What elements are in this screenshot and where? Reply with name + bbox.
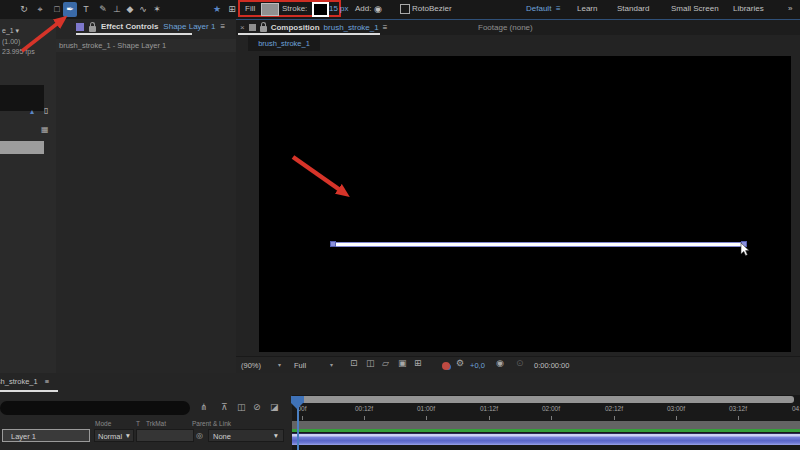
composition-icon[interactable]: ▦ xyxy=(41,125,49,134)
active-tab-underline xyxy=(238,33,380,35)
magnification-select[interactable]: (90%) xyxy=(241,359,261,372)
motion-blur-icon[interactable]: ⊘ xyxy=(253,402,261,412)
workspace-default[interactable]: Default xyxy=(526,0,551,18)
viewer-tab[interactable]: brush_stroke_1 xyxy=(248,36,320,51)
brush-stroke-shape[interactable] xyxy=(333,242,745,247)
exposure-offset[interactable]: +0,0 xyxy=(470,359,485,372)
column-mode: Mode xyxy=(95,420,111,427)
panel-grid-icon[interactable]: ⊞ xyxy=(225,2,239,17)
project-selected-row[interactable] xyxy=(0,141,44,154)
draft-3d-icon[interactable]: ⊼ xyxy=(221,402,228,412)
effect-controls-title: Effect Controls xyxy=(101,22,158,31)
ruler-label: 02:12f xyxy=(600,405,628,412)
lock-icon[interactable] xyxy=(89,26,96,32)
workspace-libraries[interactable]: Libraries xyxy=(733,0,764,18)
grid-guides-icon[interactable]: ⊡ xyxy=(350,358,358,368)
timeline-track-area: 00f 00:12f 01:00f 01:12f 02:00f 02:12f 0… xyxy=(292,395,800,450)
show-snapshot-icon: ⊙ xyxy=(516,358,524,368)
frame-blend-icon[interactable]: ◫ xyxy=(237,402,246,412)
lock-icon[interactable] xyxy=(260,26,267,32)
clone-stamp-tool-icon[interactable]: ⊥ xyxy=(110,2,124,17)
pen-tool-icon[interactable]: ✒ xyxy=(63,2,77,17)
workspace-menu-icon[interactable]: ≡ xyxy=(556,0,561,18)
rotobezier-checkbox[interactable] xyxy=(400,4,410,14)
view-layout-icon[interactable]: ⊞ xyxy=(414,358,422,368)
stroke-width-value[interactable]: 15 px xyxy=(329,0,349,18)
path-vertex-left[interactable] xyxy=(330,241,336,247)
composition-viewer[interactable] xyxy=(259,56,791,352)
snapshot-camera-icon[interactable]: ◉ xyxy=(496,358,504,368)
item-icon[interactable]: ▯ xyxy=(44,106,48,115)
workspace-learn[interactable]: Learn xyxy=(577,0,597,18)
add-button-icon[interactable]: ◉ xyxy=(374,0,382,18)
chevron-down-icon[interactable]: ▾ xyxy=(274,429,278,442)
composition-name[interactable]: brush_stroke_1 xyxy=(324,23,379,32)
column-t: T xyxy=(136,420,140,427)
transparency-grid-icon[interactable]: ◫ xyxy=(366,358,375,368)
channels-icon[interactable] xyxy=(442,362,450,370)
fill-label: Fill xyxy=(245,0,255,18)
layer-duration-bar[interactable] xyxy=(292,433,800,445)
workspace-overflow-icon[interactable]: » xyxy=(788,0,792,18)
brush-tool-icon[interactable]: ✎ xyxy=(96,2,110,17)
ruler-label: 03:00f xyxy=(662,405,690,412)
footage-tab[interactable]: Footage (none) xyxy=(478,23,533,32)
chevron-down-icon[interactable]: ▾ xyxy=(330,359,333,372)
chevron-down-icon[interactable]: ▾ xyxy=(278,359,281,372)
composition-title: Composition xyxy=(271,23,320,32)
timeline-timecode-field[interactable] xyxy=(0,401,190,415)
panel-menu-icon[interactable]: ≡ xyxy=(383,23,388,32)
close-icon[interactable]: × xyxy=(240,23,245,32)
pickwhip-icon[interactable]: ◎ xyxy=(196,429,203,442)
ruler-label: 02:00f xyxy=(537,405,565,412)
resolution-select[interactable]: Full xyxy=(294,359,306,372)
work-area-bar[interactable] xyxy=(292,421,800,429)
mouse-cursor-icon xyxy=(740,243,752,258)
region-of-interest-icon[interactable]: ▣ xyxy=(398,358,407,368)
fill-color-swatch[interactable] xyxy=(261,3,279,16)
eraser-tool-icon[interactable]: ◆ xyxy=(123,2,137,17)
after-effects-app: { "topbar": { "tools": [ {"name": "rotat… xyxy=(0,0,800,450)
fast-preview-gear-icon[interactable]: ⚙ xyxy=(456,358,464,368)
roto-brush-tool-icon[interactable]: ∿ xyxy=(136,2,150,17)
current-timecode[interactable]: 0:00:00:00 xyxy=(534,359,569,372)
playhead-handle[interactable] xyxy=(291,396,304,403)
comp-flowchart-icon[interactable]: ⋔ xyxy=(200,402,208,412)
stroke-label: Stroke: xyxy=(282,0,307,18)
layer-name-cell[interactable]: Layer 1 xyxy=(2,429,90,442)
shape-tool-icon[interactable]: □ xyxy=(50,2,64,17)
graph-editor-icon[interactable]: ◪ xyxy=(270,402,279,412)
chevron-down-icon[interactable]: ▾ xyxy=(126,429,130,442)
parent-link-select[interactable]: None xyxy=(208,429,284,442)
workspace-standard[interactable]: Standard xyxy=(617,0,649,18)
stroke-color-swatch[interactable] xyxy=(312,2,329,17)
composition-panel: × Composition brush_stroke_1 ≡ Footage (… xyxy=(236,19,800,373)
type-tool-icon[interactable]: T xyxy=(79,2,93,17)
timeline-tab[interactable]: brush_stroke_1 ≡ xyxy=(0,377,49,386)
panel-menu-icon[interactable]: ≡ xyxy=(45,377,49,386)
active-tab-underline xyxy=(0,390,58,392)
cached-frames-indicator xyxy=(292,429,800,432)
timeline-scrollbar[interactable] xyxy=(293,396,794,403)
panel-square-icon xyxy=(249,24,256,31)
ruler-label: 00:12f xyxy=(350,405,378,412)
effect-controls-target[interactable]: Shape Layer 1 xyxy=(163,22,215,31)
workspace-small-screen[interactable]: Small Screen xyxy=(671,0,719,18)
sort-icon[interactable]: ▴ xyxy=(30,107,34,116)
rotate-tool-icon[interactable]: ↻ xyxy=(17,2,31,17)
panel-menu-icon[interactable]: ≡ xyxy=(220,22,225,31)
star-icon[interactable]: ★ xyxy=(210,2,224,17)
effect-controls-subtitle: brush_stroke_1 - Shape Layer 1 xyxy=(56,39,236,52)
puppet-tool-icon[interactable]: ✶ xyxy=(150,2,164,17)
top-toolbar: ↻ ⌖ □ ✒ T ✎ ⊥ ◆ ∿ ✶ ★ ⊞ Fill Stroke: 15 … xyxy=(0,0,800,20)
trkmat-select[interactable] xyxy=(136,429,194,442)
time-ruler[interactable]: 00f 00:12f 01:00f 01:12f 02:00f 02:12f 0… xyxy=(292,403,800,421)
comp-name-truncated: e_1 ▾ xyxy=(2,27,19,35)
timeline-panel: brush_stroke_1 ≡ ⋔ ⊼ ◫ ⊘ ◪ Mode T TrkMat… xyxy=(0,373,800,450)
ruler-label: 01:00f xyxy=(412,405,440,412)
comp-scale: (1.00) xyxy=(2,38,20,45)
effect-controls-tab[interactable]: Effect Controls Shape Layer 1 ≡ xyxy=(76,20,225,33)
camera-tool-icon[interactable]: ⌖ xyxy=(33,2,47,17)
composition-tab[interactable]: × Composition brush_stroke_1 ≡ xyxy=(240,20,387,34)
mask-visibility-icon[interactable]: ▱ xyxy=(382,358,389,368)
